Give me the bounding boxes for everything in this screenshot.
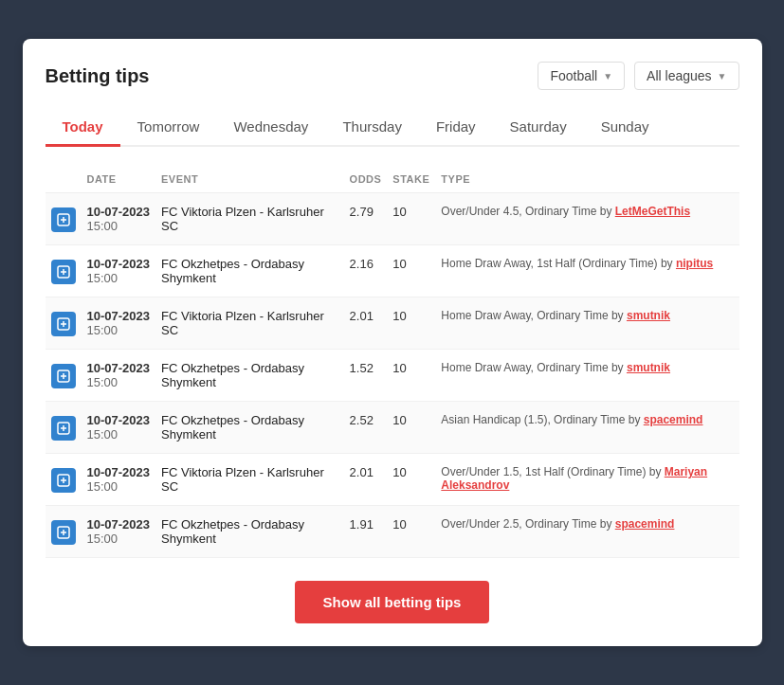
table-row: 10-07-202315:00FC Viktoria Plzen - Karls… <box>46 454 739 506</box>
username-link[interactable]: spacemind <box>615 517 675 531</box>
leagues-dropdown-arrow: ▼ <box>718 71 727 81</box>
date-cell: 10-07-202315:00 <box>82 297 156 350</box>
bet-icon-cell <box>46 506 82 558</box>
odds-cell: 2.79 <box>344 193 388 245</box>
table-row: 10-07-202315:00FC Viktoria Plzen - Karls… <box>46 297 739 350</box>
type-text: Over/Under 1.5, 1st Half (Ordinary Time)… <box>441 465 664 478</box>
stake-cell: 10 <box>387 297 435 350</box>
bet-icon-cell <box>46 350 82 402</box>
sport-dropdown-arrow: ▼ <box>603 71 612 81</box>
betting-table: DATE EVENT ODDS STAKE TYPE 10-07-202315:… <box>46 166 739 558</box>
username-link[interactable]: smutnik <box>627 309 670 322</box>
username-link[interactable]: LetMeGetThis <box>615 205 690 218</box>
odds-cell: 1.91 <box>344 506 388 558</box>
col-icon <box>46 166 82 193</box>
stake-cell: 10 <box>387 454 435 506</box>
type-cell: Over/Under 4.5, Ordinary Time by LetMeGe… <box>435 193 738 245</box>
type-cell: Over/Under 1.5, 1st Half (Ordinary Time)… <box>435 454 738 506</box>
date-cell: 10-07-202315:00 <box>82 245 156 297</box>
date-cell: 10-07-202315:00 <box>82 193 156 245</box>
col-date: DATE <box>82 166 156 193</box>
tab-friday[interactable]: Friday <box>419 109 493 147</box>
stake-cell: 10 <box>387 245 435 297</box>
date-cell: 10-07-202315:00 <box>82 350 156 402</box>
bet-icon-cell <box>46 193 82 245</box>
bet-icon-cell <box>46 245 82 297</box>
event-cell: FC Viktoria Plzen - Karlsruher SC <box>155 297 344 350</box>
stake-cell: 10 <box>387 506 435 558</box>
type-text: Home Draw Away, 1st Half (Ordinary Time)… <box>441 257 676 270</box>
leagues-label: All leagues <box>647 68 712 83</box>
tab-saturday[interactable]: Saturday <box>493 109 584 147</box>
type-cell: Over/Under 2.5, Ordinary Time by spacemi… <box>435 506 738 558</box>
bet-icon <box>51 260 76 284</box>
bet-icon <box>51 520 76 545</box>
date-cell: 10-07-202315:00 <box>82 506 156 558</box>
date-cell: 10-07-202315:00 <box>82 402 156 454</box>
tab-thursday[interactable]: Thursday <box>325 109 419 147</box>
sport-label: Football <box>550 68 597 83</box>
bet-icon-cell <box>46 454 82 506</box>
header-controls: Football ▼ All leagues ▼ <box>538 62 738 90</box>
show-all-button[interactable]: Show all betting tips <box>295 581 490 623</box>
event-cell: FC Okzhetpes - Ordabasy Shymkent <box>155 506 344 558</box>
odds-cell: 2.01 <box>344 297 388 350</box>
bet-icon <box>51 416 76 441</box>
event-cell: FC Viktoria Plzen - Karlsruher SC <box>155 193 344 245</box>
username-link[interactable]: spacemind <box>644 413 703 426</box>
table-row: 10-07-202315:00FC Okzhetpes - Ordabasy S… <box>46 245 739 297</box>
type-cell: Home Draw Away, 1st Half (Ordinary Time)… <box>435 245 738 297</box>
event-cell: FC Okzhetpes - Ordabasy Shymkent <box>155 350 344 402</box>
username-link[interactable]: nipitus <box>676 257 713 270</box>
table-row: 10-07-202315:00FC Viktoria Plzen - Karls… <box>46 193 739 245</box>
table-row: 10-07-202315:00FC Okzhetpes - Ordabasy S… <box>46 506 739 558</box>
bet-icon-cell <box>46 402 82 454</box>
bet-icon <box>51 312 76 336</box>
type-text: Home Draw Away, Ordinary Time by <box>441 309 627 322</box>
event-cell: FC Okzhetpes - Ordabasy Shymkent <box>155 402 344 454</box>
odds-cell: 1.52 <box>344 350 388 402</box>
sport-dropdown[interactable]: Football ▼ <box>538 62 625 90</box>
table-row: 10-07-202315:00FC Okzhetpes - Ordabasy S… <box>46 350 739 402</box>
tabs-container: Today Tomorrow Wednesday Thursday Friday… <box>46 109 739 147</box>
tab-tomorrow[interactable]: Tomorrow <box>120 109 217 147</box>
bet-icon <box>51 468 76 493</box>
event-cell: FC Okzhetpes - Ordabasy Shymkent <box>155 245 344 297</box>
card-header: Betting tips Football ▼ All leagues ▼ <box>46 62 739 90</box>
type-text: Over/Under 2.5, Ordinary Time by <box>441 517 614 531</box>
stake-cell: 10 <box>387 350 435 402</box>
bet-icon <box>51 364 76 388</box>
type-text: Over/Under 4.5, Ordinary Time by <box>441 205 614 218</box>
type-text: Home Draw Away, Ordinary Time by <box>441 361 627 374</box>
tab-wednesday[interactable]: Wednesday <box>216 109 325 147</box>
odds-cell: 2.16 <box>344 245 388 297</box>
leagues-dropdown[interactable]: All leagues ▼ <box>634 62 738 90</box>
type-cell: Home Draw Away, Ordinary Time by smutnik <box>435 297 738 350</box>
table-row: 10-07-202315:00FC Okzhetpes - Ordabasy S… <box>46 402 739 454</box>
col-event: EVENT <box>155 166 344 193</box>
betting-tips-card: Betting tips Football ▼ All leagues ▼ To… <box>23 39 762 646</box>
col-odds: ODDS <box>344 166 388 193</box>
bet-icon-cell <box>46 297 82 350</box>
stake-cell: 10 <box>387 402 435 454</box>
odds-cell: 2.52 <box>344 402 388 454</box>
event-cell: FC Viktoria Plzen - Karlsruher SC <box>155 454 344 506</box>
date-cell: 10-07-202315:00 <box>82 454 156 506</box>
username-link[interactable]: smutnik <box>627 361 670 374</box>
col-stake: STAKE <box>387 166 435 193</box>
tab-today[interactable]: Today <box>46 109 120 147</box>
tab-sunday[interactable]: Sunday <box>584 109 666 147</box>
type-cell: Asian Handicap (1.5), Ordinary Time by s… <box>435 402 738 454</box>
type-cell: Home Draw Away, Ordinary Time by smutnik <box>435 350 738 402</box>
stake-cell: 10 <box>387 193 435 245</box>
page-title: Betting tips <box>46 65 150 87</box>
col-type: TYPE <box>435 166 738 193</box>
bet-icon <box>51 207 76 232</box>
type-text: Asian Handicap (1.5), Ordinary Time by <box>441 413 643 426</box>
table-header-row: DATE EVENT ODDS STAKE TYPE <box>46 166 739 193</box>
odds-cell: 2.01 <box>344 454 388 506</box>
